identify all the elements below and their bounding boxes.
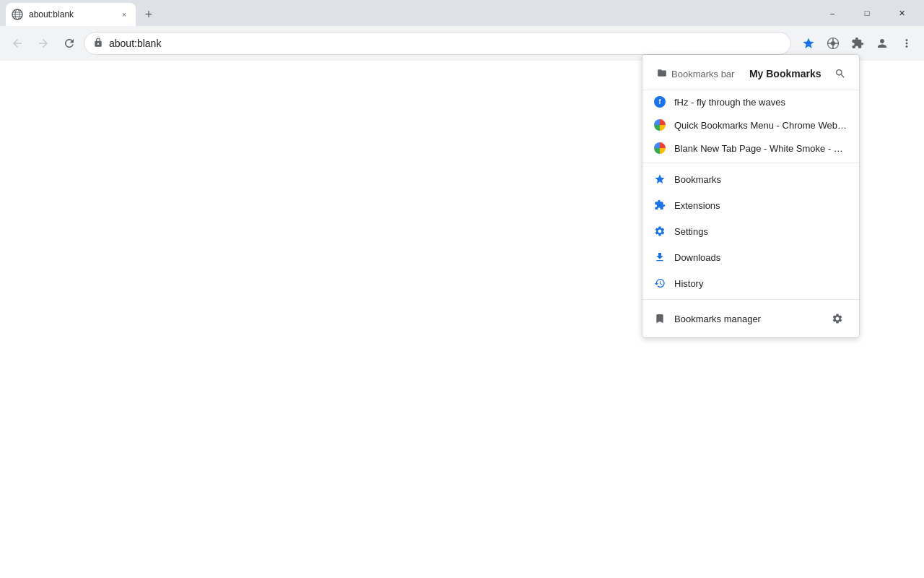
bookmark-search-button[interactable] [830,64,850,84]
tab-title: about:blank [29,9,113,20]
chrome-extension-button[interactable] [821,32,845,55]
reload-button[interactable] [58,32,81,55]
bookmark-star-button[interactable] [797,32,820,55]
downloads-label: Downloads [674,252,720,263]
bookmarks-manager-gear-button[interactable] [827,309,847,329]
qbm-favicon [654,119,666,131]
toolbar-right [797,32,918,55]
bookmarks-manager-label: Bookmarks manager [674,314,761,324]
menu-item-settings[interactable]: Settings [642,218,859,244]
svg-point-6 [831,41,835,46]
bookmarks-label: Bookmarks [674,174,721,185]
address-bar[interactable]: about:blank [84,32,791,55]
bookmarks-bar-tab[interactable]: Bookmarks bar [651,65,740,83]
bookmarks-header: Bookmarks bar My Bookmarks [642,58,859,90]
folder-icon [657,68,667,80]
my-bookmarks-tab[interactable]: My Bookmarks [740,65,830,82]
bookmark-item-bntp[interactable]: Blank New Tab Page - White Smoke - Chr..… [642,137,859,160]
close-button[interactable]: ✕ [885,3,918,23]
back-button[interactable] [6,32,29,55]
bookmark-item-fhz[interactable]: f fHz - fly through the waves [642,90,859,113]
bookmarks-manager-icon [654,313,666,324]
title-bar: about:blank × + – □ ✕ [0,0,924,26]
extensions-label: Extensions [674,200,720,211]
forward-button[interactable] [32,32,55,55]
divider-1 [642,163,859,163]
new-tab-button[interactable]: + [139,4,159,25]
menu-item-downloads[interactable]: Downloads [642,244,859,270]
menu-button[interactable] [895,32,918,55]
tab-close-button[interactable]: × [118,9,130,20]
menu-item-history[interactable]: History [642,270,859,296]
bookmarks-manager-row[interactable]: Bookmarks manager [642,303,859,335]
settings-label: Settings [674,226,708,237]
divider-2 [642,299,859,300]
fhz-label: fHz - fly through the waves [674,97,847,108]
bookmarks-icon [654,173,666,185]
menu-item-bookmarks[interactable]: Bookmarks [642,166,859,192]
menu-item-extensions[interactable]: Extensions [642,192,859,218]
history-label: History [674,278,703,289]
bookmark-item-qbm[interactable]: Quick Bookmarks Menu - Chrome Web St... [642,113,859,137]
tab-favicon [12,9,23,20]
bookmarks-dropdown: Bookmarks bar My Bookmarks f fHz - fly t… [642,55,859,337]
address-text: about:blank [109,38,782,49]
downloads-icon [654,251,666,263]
minimize-button[interactable]: – [816,3,849,23]
window-controls: – □ ✕ [810,3,924,23]
tab-strip: about:blank × + [0,0,810,26]
bookmarks-bar-label: Bookmarks bar [671,69,734,79]
extensions-icon [654,199,666,211]
bntp-label: Blank New Tab Page - White Smoke - Chr..… [674,143,847,154]
fhz-favicon: f [654,96,666,108]
profile-button[interactable] [871,32,894,55]
qbm-label: Quick Bookmarks Menu - Chrome Web St... [674,120,847,131]
lock-icon [93,38,103,50]
maximize-button[interactable]: □ [850,3,884,23]
history-icon [654,277,666,289]
extensions-button[interactable] [846,32,869,55]
settings-icon [654,225,666,237]
bntp-favicon [654,142,666,154]
browser-tab[interactable]: about:blank × [6,3,136,26]
